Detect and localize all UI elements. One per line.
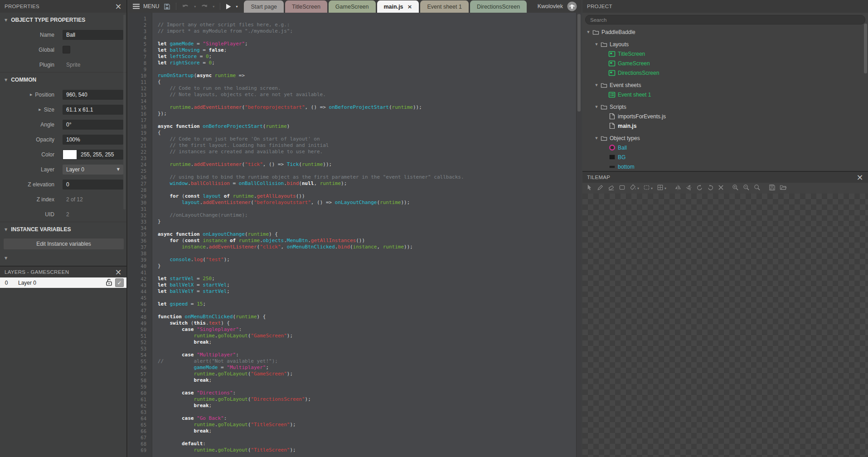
z-elevation-field[interactable]: 0 xyxy=(63,180,123,190)
tree-item-bg[interactable]: BG xyxy=(582,152,868,162)
code-line[interactable]: // import * as myModule from "./mymodule… xyxy=(158,28,577,34)
code-line[interactable]: // Note layouts, objects etc. are not ye… xyxy=(158,92,577,98)
flip-h-tool-icon[interactable] xyxy=(674,184,681,193)
lock-icon[interactable] xyxy=(106,278,112,287)
tree-item-bottom[interactable]: bottom xyxy=(582,162,868,171)
code-line[interactable]: runtime.goToLayout("GameScreen"); xyxy=(158,333,577,339)
code-line[interactable]: }); xyxy=(158,111,577,117)
code-line[interactable] xyxy=(158,15,577,22)
tilegrid-tool-icon[interactable]: ▾ xyxy=(657,184,666,193)
undo-icon[interactable] xyxy=(182,4,189,10)
code-line[interactable]: break; xyxy=(158,339,577,345)
color-swatch[interactable] xyxy=(63,150,77,160)
code-line[interactable]: let gspeed = 15; xyxy=(158,301,577,307)
code-line[interactable]: console.log("test"); xyxy=(158,257,577,263)
code-line[interactable]: let leftScore = 0; xyxy=(158,53,577,60)
code-line[interactable] xyxy=(158,269,577,276)
layer-row[interactable]: 0Layer 0✓ xyxy=(0,277,126,288)
code-line[interactable]: let startVel = 250; xyxy=(158,276,577,282)
code-line[interactable] xyxy=(158,307,577,314)
code-line[interactable]: case "Directions": xyxy=(158,390,577,396)
code-line[interactable]: async function onBeforeProjectStart(runt… xyxy=(158,123,577,130)
code-line[interactable]: switch (this.text) { xyxy=(158,320,577,326)
code-line[interactable] xyxy=(158,225,577,231)
rotate-cw-tool-icon[interactable] xyxy=(707,184,714,193)
tab-main-js[interactable]: main.js× xyxy=(377,0,419,13)
folder-open-tool-icon[interactable] xyxy=(780,184,787,192)
project-search[interactable] xyxy=(585,15,865,24)
code-line[interactable]: let ballVelY = startVel; xyxy=(158,288,577,295)
code-line[interactable]: } xyxy=(158,263,577,269)
save-tool-icon[interactable] xyxy=(769,184,776,193)
code-line[interactable]: runtime.goToLayout("TitleScreen"); xyxy=(158,422,577,428)
code-line[interactable] xyxy=(158,250,577,257)
code-line[interactable]: // using bind to bind the runtime object… xyxy=(158,174,577,180)
zoom-reset-tool-icon[interactable] xyxy=(754,184,761,193)
flip-v-tool-icon[interactable] xyxy=(685,184,692,193)
clear-tool-icon[interactable] xyxy=(718,184,724,192)
chevron-down-icon[interactable]: ▼ xyxy=(593,136,600,140)
code-line[interactable] xyxy=(158,384,577,390)
section-header-common[interactable]: ▼COMMON xyxy=(0,72,126,87)
code-line[interactable]: runtime.goToLayout("TitleScreen"); xyxy=(158,447,577,453)
code-line[interactable]: break; xyxy=(158,428,577,434)
tab-titlescreen[interactable]: TitleScreen xyxy=(285,0,327,13)
undo-dropdown-icon[interactable]: ▾ xyxy=(194,5,196,9)
code-line[interactable]: break; xyxy=(158,377,577,384)
close-icon[interactable]: × xyxy=(115,268,122,276)
code-scrollbar[interactable] xyxy=(576,13,582,457)
code-line[interactable]: runtime.goToLayout("DirectionsScreen"); xyxy=(158,396,577,403)
code-line[interactable]: case "Go Back": xyxy=(158,415,577,422)
chevron-down-icon[interactable]: ▾ xyxy=(651,186,653,190)
play-dropdown-icon[interactable]: ▾ xyxy=(236,5,238,9)
code-line[interactable]: //onLayoutChange(runtime); xyxy=(158,212,577,219)
code-line[interactable] xyxy=(158,98,577,104)
tree-item-event-sheets[interactable]: ▼Event sheets xyxy=(582,80,868,90)
tree-item-main-js[interactable]: main.js xyxy=(582,121,868,131)
tree-item-ball[interactable]: Ball xyxy=(582,143,868,152)
code-line[interactable]: // Code to run on the loading screen. xyxy=(158,85,577,92)
code-line[interactable]: // instances are created and available t… xyxy=(158,149,577,155)
code-line[interactable]: let ballVelX = startVel; xyxy=(158,282,577,288)
code-line[interactable]: // the first layout. Loading has finishe… xyxy=(158,142,577,149)
code-line[interactable]: for (const instance of runtime.objects.M… xyxy=(158,238,577,244)
code-line[interactable]: gameMode = "Multiplayer"; xyxy=(158,365,577,371)
chevron-down-icon[interactable]: ▼ xyxy=(585,30,592,34)
tree-item-titlescreen[interactable]: TitleScreen xyxy=(582,49,868,58)
code-line[interactable]: // alert("Not available yet!"); xyxy=(158,358,577,365)
name-field[interactable]: Ball xyxy=(63,30,123,40)
opacity-field[interactable]: 100% xyxy=(63,135,123,145)
zoom-out-tool-icon[interactable] xyxy=(743,184,750,193)
search-input[interactable] xyxy=(586,17,865,23)
code-line[interactable]: break; xyxy=(158,403,577,409)
code-line[interactable] xyxy=(158,168,577,174)
code-line[interactable] xyxy=(158,117,577,123)
save-icon[interactable] xyxy=(164,3,170,10)
close-icon[interactable]: × xyxy=(857,173,863,181)
user-area[interactable]: Kwolovlek xyxy=(538,0,582,13)
code-line[interactable] xyxy=(158,434,577,441)
code-line[interactable]: let ballMoving = false; xyxy=(158,47,577,53)
code-line[interactable]: { xyxy=(158,130,577,136)
chevron-down-icon[interactable]: ▼ xyxy=(593,105,600,109)
code-line[interactable]: default: xyxy=(158,441,577,447)
tab-close-icon[interactable]: × xyxy=(407,3,412,10)
section-header-object-type-properties[interactable]: ▼OBJECT TYPE PROPERTIES xyxy=(0,13,126,27)
code-line[interactable]: let rightScore = 0; xyxy=(158,60,577,66)
tree-item-event-sheet-1[interactable]: Event sheet 1 xyxy=(582,90,868,99)
chevron-down-icon[interactable]: ▼ xyxy=(593,43,600,46)
code-line[interactable]: let gameMode = "SinglePlayer"; xyxy=(158,41,577,47)
cursor-tool-icon[interactable] xyxy=(586,184,593,193)
expand-arrow-icon[interactable]: ▶ xyxy=(39,108,41,112)
tree-item-layouts[interactable]: ▼Layouts xyxy=(582,39,868,49)
chevron-down-icon[interactable]: ▼ xyxy=(5,256,7,260)
tree-item-gamescreen[interactable]: GameScreen xyxy=(582,58,868,68)
tab-event-sheet-1[interactable]: Event sheet 1 xyxy=(420,0,468,13)
code-scrollbar-thumb[interactable] xyxy=(577,14,581,112)
chevron-down-icon[interactable]: ▼ xyxy=(593,83,600,87)
tab-gamescreen[interactable]: GameScreen xyxy=(329,0,376,13)
chevron-down-icon[interactable]: ▾ xyxy=(637,186,639,190)
code-line[interactable]: // Import any other script files here, e… xyxy=(158,22,577,28)
pencil-tool-icon[interactable] xyxy=(597,184,604,193)
code-line[interactable]: runtime.addEventListener("beforeprojects… xyxy=(158,104,577,111)
